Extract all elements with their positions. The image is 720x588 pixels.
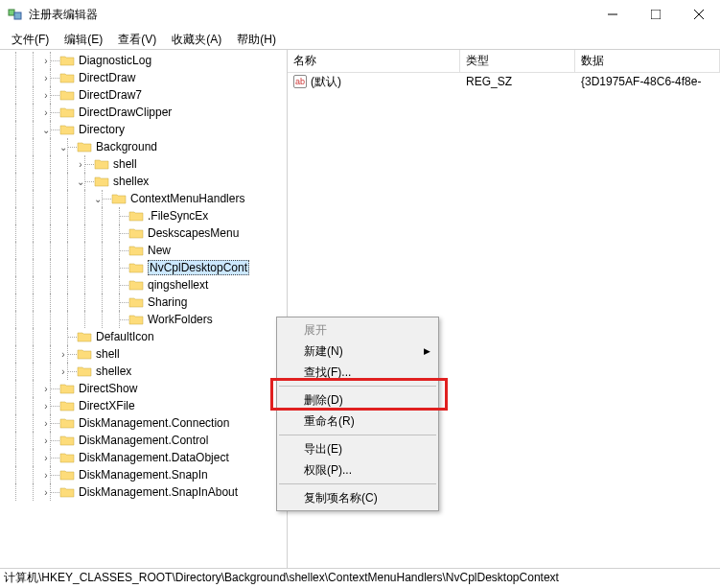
- menu-edit[interactable]: 编辑(E): [57, 30, 110, 49]
- folder-icon: [77, 365, 92, 378]
- separator: [279, 483, 436, 484]
- folder-icon: [94, 175, 109, 188]
- minimize-button[interactable]: [591, 0, 634, 29]
- tree-item-label: NvCplDesktopCont: [148, 260, 249, 275]
- tree-item-label: .FileSyncEx: [148, 209, 208, 223]
- menu-file[interactable]: 文件(F): [4, 30, 57, 49]
- menu-help[interactable]: 帮助(H): [229, 30, 284, 49]
- tree-item[interactable]: ›DiskManagement.Control: [0, 432, 287, 449]
- expand-icon[interactable]: ›: [40, 487, 52, 498]
- folder-icon: [59, 106, 75, 119]
- tree-item-label: ContextMenuHandlers: [130, 192, 244, 205]
- tree-item[interactable]: ⌄ContextMenuHandlers: [0, 190, 287, 207]
- expand-icon[interactable]: ›: [40, 384, 52, 394]
- cm-permissions[interactable]: 权限(P)...: [277, 459, 438, 481]
- col-type[interactable]: 类型: [460, 50, 575, 72]
- list-row[interactable]: ab(默认)REG_SZ{3D1975AF-48C6-4f8e-: [288, 73, 720, 90]
- cm-rename[interactable]: 重命名(R): [277, 411, 438, 432]
- value-data: {3D1975AF-48C6-4f8e-: [575, 75, 720, 88]
- tree-item-label: DiskManagement.SnapIn: [79, 468, 208, 482]
- collapse-icon[interactable]: ⌄: [75, 176, 86, 187]
- tree-item[interactable]: ›DiskManagement.Connection: [0, 414, 287, 432]
- tree-item-label: WorkFolders: [148, 313, 213, 326]
- statusbar: 计算机\HKEY_CLASSES_ROOT\Directory\Backgrou…: [0, 568, 720, 587]
- folder-icon: [59, 451, 75, 464]
- tree-item-label: DirectDraw7: [79, 88, 142, 102]
- folder-icon: [59, 88, 75, 102]
- tree-item[interactable]: New: [0, 242, 287, 259]
- expand-icon[interactable]: ›: [40, 401, 52, 412]
- tree-item-label: DiagnosticLog: [79, 54, 151, 67]
- cm-new[interactable]: 新建(N)▶: [277, 341, 438, 362]
- collapse-icon[interactable]: ⌄: [40, 125, 52, 135]
- tree-item[interactable]: NvCplDesktopCont: [0, 259, 287, 276]
- tree-item[interactable]: ⌄Directory: [0, 121, 287, 138]
- cm-find[interactable]: 查找(F)...: [277, 362, 438, 383]
- expand-icon[interactable]: ›: [40, 470, 52, 481]
- folder-icon: [77, 330, 92, 343]
- tree-item[interactable]: ⌄shellex: [0, 173, 287, 190]
- menu-view[interactable]: 查看(V): [110, 30, 164, 49]
- tree-item[interactable]: DefaultIcon: [0, 328, 287, 345]
- tree-item[interactable]: ›shellex: [0, 363, 287, 380]
- collapse-icon[interactable]: ⌄: [92, 194, 104, 204]
- tree-item[interactable]: .FileSyncEx: [0, 207, 287, 224]
- collapse-icon[interactable]: ⌄: [58, 142, 69, 153]
- cm-export[interactable]: 导出(E): [277, 438, 438, 459]
- folder-icon: [128, 226, 144, 240]
- folder-icon: [59, 71, 75, 84]
- folder-icon: [128, 209, 144, 223]
- expand-icon[interactable]: ›: [40, 56, 52, 66]
- window-title: 注册表编辑器: [29, 7, 591, 23]
- tree-panel[interactable]: ›DiagnosticLog›DirectDraw›DirectDraw7›Di…: [0, 50, 288, 568]
- menubar: 文件(F) 编辑(E) 查看(V) 收藏夹(A) 帮助(H): [0, 29, 720, 50]
- col-data[interactable]: 数据: [575, 50, 720, 72]
- expand-icon[interactable]: ›: [58, 349, 69, 360]
- chevron-right-icon: ▶: [424, 346, 430, 356]
- separator: [279, 435, 436, 435]
- tree-item[interactable]: DeskscapesMenu: [0, 224, 287, 242]
- expand-icon[interactable]: ›: [58, 366, 69, 377]
- tree-item[interactable]: ›DirectDrawClipper: [0, 104, 287, 121]
- tree-item-label: shellex: [113, 175, 149, 188]
- cm-expand: 展开: [277, 319, 438, 341]
- col-name[interactable]: 名称: [288, 50, 460, 72]
- tree-item-label: DirectDraw: [79, 71, 135, 84]
- status-path: 计算机\HKEY_CLASSES_ROOT\Directory\Backgrou…: [4, 570, 559, 586]
- folder-icon: [59, 399, 75, 412]
- tree-item[interactable]: Sharing: [0, 294, 287, 311]
- tree-item[interactable]: qingshellext: [0, 276, 287, 294]
- tree-item[interactable]: WorkFolders: [0, 311, 287, 328]
- cm-copy-key[interactable]: 复制项名称(C): [277, 487, 438, 508]
- folder-icon: [94, 157, 109, 171]
- tree-item[interactable]: ›DirectDraw7: [0, 86, 287, 104]
- app-icon: [8, 7, 23, 22]
- expand-icon[interactable]: ›: [40, 453, 52, 463]
- tree-item[interactable]: ›DirectXFile: [0, 397, 287, 414]
- tree-item[interactable]: ›DiskManagement.SnapIn: [0, 466, 287, 483]
- maximize-button[interactable]: [634, 0, 677, 29]
- tree-item-label: DiskManagement.DataObject: [79, 451, 229, 464]
- tree-item-label: DirectShow: [79, 382, 137, 395]
- tree-item[interactable]: ›DiskManagement.SnapInAbout: [0, 483, 287, 501]
- cm-delete[interactable]: 删除(D): [277, 389, 438, 411]
- expand-icon[interactable]: ›: [40, 435, 52, 446]
- expand-icon[interactable]: ›: [40, 90, 52, 101]
- tree-item[interactable]: ›DiagnosticLog: [0, 52, 287, 69]
- folder-icon: [59, 382, 75, 395]
- tree-item[interactable]: ›DiskManagement.DataObject: [0, 449, 287, 466]
- tree-item[interactable]: ⌄Background: [0, 138, 287, 155]
- tree-item[interactable]: ›DirectShow: [0, 380, 287, 397]
- folder-icon: [128, 244, 144, 257]
- expand-icon[interactable]: ›: [75, 159, 86, 170]
- tree-item[interactable]: ›shell: [0, 345, 287, 363]
- expand-icon[interactable]: ›: [40, 107, 52, 118]
- tree-item[interactable]: ›shell: [0, 155, 287, 173]
- titlebar: 注册表编辑器: [0, 0, 720, 29]
- expand-icon[interactable]: ›: [40, 73, 52, 83]
- close-button[interactable]: [677, 0, 720, 29]
- tree-item[interactable]: ›DirectDraw: [0, 69, 287, 86]
- menu-favorites[interactable]: 收藏夹(A): [164, 30, 229, 49]
- expand-icon[interactable]: ›: [40, 418, 52, 429]
- folder-icon: [128, 295, 144, 309]
